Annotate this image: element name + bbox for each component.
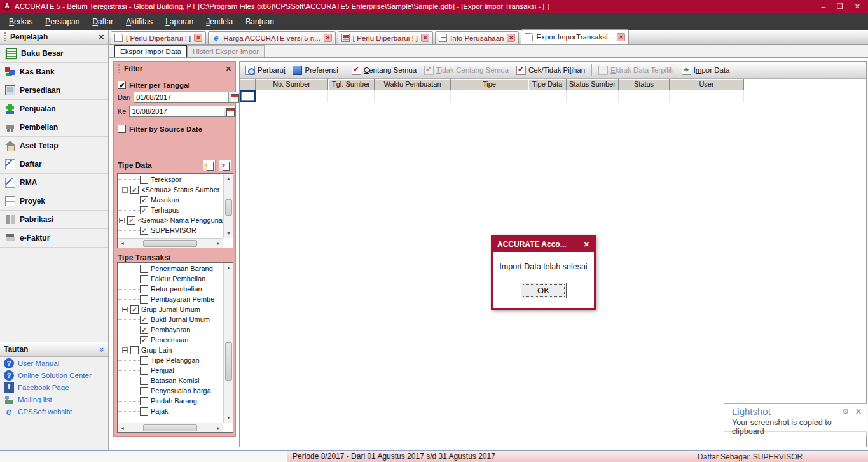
tree-checkbox[interactable]: ✓	[140, 196, 148, 204]
toolbar-button-impor-data[interactable]: Impor Data	[679, 64, 733, 77]
menu-berkas[interactable]: Berkas	[3, 14, 39, 29]
tipe-data-item-semua-nama-pengguna[interactable]: ✓<Semua> Nama Pengguna	[118, 215, 223, 225]
tipe-transaksi-item-penerimaan[interactable]: ✓Penerimaan	[118, 335, 223, 345]
tree-checkbox[interactable]	[140, 387, 148, 395]
sidebar-item-persediaan[interactable]: Persediaan	[0, 81, 108, 100]
grid-cell[interactable]	[328, 90, 375, 102]
tree-checkbox[interactable]	[140, 275, 148, 283]
menu-laporan[interactable]: Laporan	[159, 14, 200, 29]
link-facebook-page[interactable]: Facebook Page	[0, 381, 108, 393]
tipe-transaksi-item-penerimaan-barang[interactable]: Penerimaan Barang	[118, 263, 223, 274]
grid-row[interactable]	[240, 90, 866, 102]
grid-cell[interactable]	[528, 90, 567, 102]
tipe-transaksi-item-pembayaran[interactable]: ✓Pembayaran	[118, 325, 223, 335]
column-header-select[interactable]	[240, 79, 256, 90]
lightshot-close-icon[interactable]: ✕	[855, 407, 862, 416]
ke-date-input[interactable]	[130, 106, 224, 116]
tree-checkbox[interactable]	[140, 295, 148, 304]
toolbar-button-perbarui[interactable]: Perbarui	[242, 64, 288, 77]
filter-close-icon[interactable]: ✕	[226, 65, 231, 73]
restore-button[interactable]: ❐	[837, 3, 843, 11]
toolbar-button-centang-semua[interactable]: Centang Semua	[348, 64, 420, 77]
column-header-tipe-data[interactable]: Tipe Data	[528, 79, 567, 90]
tree-checkbox[interactable]	[140, 285, 148, 293]
column-header-user[interactable]: User	[670, 79, 744, 90]
tab-close-icon[interactable]: ✕	[507, 34, 515, 42]
collapse-chevron-icon[interactable]: »	[97, 347, 107, 351]
toolbar-button-preferensi[interactable]: Preferensi	[289, 64, 341, 77]
tree-checkbox[interactable]: ✓	[140, 326, 148, 334]
filter-per-tanggal-checkbox[interactable]: ✔	[118, 81, 126, 89]
tipe-data-item-terekspor[interactable]: Terekspor	[118, 174, 223, 185]
tree-expander-icon[interactable]	[122, 347, 128, 353]
column-header-waktu-pembuatan[interactable]: Waktu Pembuatan	[375, 79, 451, 90]
tree-checkbox[interactable]: ✓	[140, 336, 148, 344]
grid-cell[interactable]	[375, 90, 451, 102]
tree-checkbox[interactable]: ✓	[130, 186, 139, 194]
grid-cell[interactable]	[256, 90, 328, 102]
column-header-no-sumber[interactable]: No. Sumber	[256, 79, 328, 90]
tree-checkbox[interactable]	[140, 397, 148, 405]
tree-checkbox[interactable]: ✓	[140, 227, 148, 235]
sidebar-item-daftar[interactable]: Daftar	[0, 155, 108, 174]
sidebar-item-pabrikasi[interactable]: Pabrikasi	[0, 211, 108, 229]
tipe-data-item-terhapus[interactable]: ✓Terhapus	[118, 205, 223, 215]
tree-checkbox[interactable]	[140, 265, 148, 273]
horizontal-scrollbar[interactable]: ◄ ►	[118, 423, 223, 432]
sidebar-item-rma[interactable]: RMA	[0, 174, 108, 192]
tipe-data-item-semua-status-sumber[interactable]: ✓<Semua> Status Sumber	[118, 185, 223, 195]
new-layout-icon[interactable]	[203, 160, 216, 171]
link-cpssoft-website[interactable]: CPSSoft website	[0, 405, 108, 417]
tipe-transaksi-item-retur-pembelian[interactable]: Retur pembelian	[118, 284, 223, 294]
tipe-data-item-supervisor[interactable]: ✓SUPERVISOR	[118, 225, 223, 235]
tree-checkbox[interactable]	[140, 377, 148, 385]
sidebar-close-icon[interactable]: ✕	[99, 33, 104, 41]
toolbar-button-cek-tidak-pilihan[interactable]: Cek/Tidak Pilihan	[513, 64, 588, 77]
tree-checkbox[interactable]: ✓	[130, 305, 139, 314]
grid-cell[interactable]	[670, 90, 744, 102]
ok-button[interactable]: OK	[521, 283, 567, 298]
tree-checkbox[interactable]: ✓	[127, 216, 135, 225]
sidebar-item-kas-bank[interactable]: Kas Bank	[0, 63, 108, 81]
tab-close-icon[interactable]: ✕	[324, 34, 332, 42]
tab-close-icon[interactable]: ✕	[617, 33, 625, 41]
menu-persiapan[interactable]: Persiapan	[39, 14, 86, 29]
tab-close-icon[interactable]: ✕	[421, 34, 429, 42]
minimize-button[interactable]: –	[822, 3, 825, 11]
column-header-status-sumber[interactable]: Status Sumber	[567, 79, 619, 90]
close-button[interactable]: ✕	[855, 3, 860, 11]
link-user-manual[interactable]: User Manual	[0, 357, 108, 369]
tab-harga-accurate-versi-5-n[interactable]: Harga ACCURATE versi 5 n...✕	[208, 31, 336, 44]
tree-checkbox[interactable]	[140, 176, 148, 184]
tab-perlu-diperbarui[interactable]: [ Perlu Diperbarui ! ]✕	[338, 31, 433, 44]
menu-daftar[interactable]: Daftar	[86, 14, 120, 29]
tree-checkbox[interactable]	[130, 346, 139, 354]
sidebar-item-pembelian[interactable]: Pembelian	[0, 118, 108, 137]
selected-cell[interactable]	[240, 90, 256, 102]
tipe-transaksi-item-pajak[interactable]: Pajak	[118, 406, 223, 416]
calendar-icon[interactable]	[228, 92, 240, 102]
tipe-transaksi-item-batasan-komisi[interactable]: Batasan Komisi	[118, 375, 223, 386]
link-mailing-list[interactable]: Mailing list	[0, 393, 108, 405]
tree-expander-icon[interactable]	[122, 307, 128, 312]
sidebar-item-penjualan[interactable]: Penjualan	[0, 100, 108, 118]
tab-close-icon[interactable]: ✕	[194, 34, 202, 42]
column-header-tipe[interactable]: Tipe	[451, 79, 528, 90]
sidebar-item-e-faktur[interactable]: e-Faktur	[0, 229, 108, 248]
vertical-scrollbar[interactable]: ▲ ▼	[223, 263, 233, 423]
tree-checkbox[interactable]	[140, 367, 148, 375]
tipe-transaksi-item-bukti-jurnal-umum[interactable]: ✓Bukti Jurnal Umum	[118, 314, 223, 325]
grid-cell[interactable]	[619, 90, 670, 102]
tipe-transaksi-item-faktur-pembelian[interactable]: Faktur Pembelian	[118, 274, 223, 284]
tree-expander-icon[interactable]	[119, 218, 125, 223]
dialog-close-icon[interactable]: ✕	[584, 241, 589, 249]
grid-cell[interactable]	[451, 90, 528, 102]
sidebar-item-aset-tetap[interactable]: Aset Tetap	[0, 137, 108, 155]
tipe-transaksi-item-penjual[interactable]: Penjual	[118, 365, 223, 375]
tipe-data-item-masukan[interactable]: ✓Masukan	[118, 195, 223, 205]
filter-by-source-date-checkbox[interactable]	[118, 125, 126, 133]
tipe-transaksi-item-grup-lain[interactable]: Grup Lain	[118, 345, 223, 355]
tab-expor-importransaksi[interactable]: Expor ImporTransaksi...✕	[521, 29, 629, 44]
column-header-status[interactable]: Status	[619, 79, 670, 90]
tipe-transaksi-item-penyesuaian-harga[interactable]: Penyesuaian harga	[118, 386, 223, 396]
